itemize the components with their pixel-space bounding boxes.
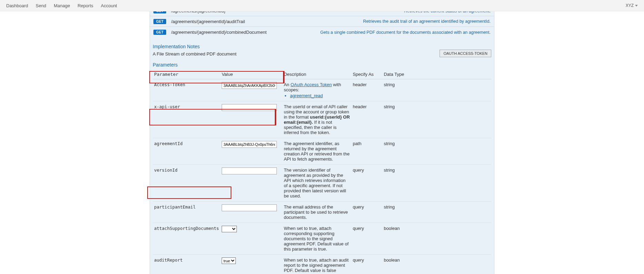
main-content: GET /agreements/{agreementId} Retrieves … bbox=[150, 11, 494, 274]
user-label: XYZ bbox=[626, 3, 634, 8]
attach-supporting-select[interactable] bbox=[222, 226, 237, 232]
user-menu[interactable]: XYZ bbox=[626, 3, 638, 8]
data-type: boolean bbox=[382, 255, 491, 274]
param-name: Access-Token bbox=[153, 79, 220, 101]
nav-dashboard[interactable]: Dashboard bbox=[6, 3, 28, 8]
oauth-access-token-button[interactable]: OAUTH ACCESS-TOKEN bbox=[440, 50, 491, 57]
op-row-agreement-status[interactable]: GET /agreements/{agreementId} Retrieves … bbox=[150, 11, 494, 16]
param-name: auditReport bbox=[153, 255, 220, 274]
parameters-table: Parameter Value Description Specify As D… bbox=[153, 70, 491, 274]
x-api-user-input[interactable] bbox=[222, 104, 277, 111]
op-path: /agreements/{agreementId}/auditTrail bbox=[171, 19, 245, 24]
api-panel: GET /agreements/{agreementId} Retrieves … bbox=[150, 11, 494, 274]
desc-text: The version identifier of agreement as p… bbox=[282, 165, 351, 202]
data-type: string bbox=[382, 202, 491, 223]
agreement-id-input[interactable] bbox=[222, 141, 277, 148]
http-method-badge: GET bbox=[153, 11, 166, 13]
op-expanded-body: Implementation Notes A File Stream of co… bbox=[150, 38, 494, 274]
param-name: attachSupportingDocuments bbox=[153, 223, 220, 255]
desc-text: An bbox=[284, 82, 291, 87]
param-row-access-token: Access-Token An OAuth Access Token with … bbox=[153, 79, 491, 101]
scope-link[interactable]: agreement_read bbox=[290, 93, 350, 98]
param-name: agreementId bbox=[153, 138, 220, 165]
oauth-token-link[interactable]: OAuth Access Token bbox=[291, 82, 332, 87]
parameters-title: Parameters bbox=[153, 62, 491, 68]
op-row-combined-document[interactable]: GET /agreements/{agreementId}/combinedDo… bbox=[150, 27, 494, 38]
data-type: string bbox=[382, 165, 491, 202]
specify-as: query bbox=[351, 255, 382, 274]
specify-as: query bbox=[351, 165, 382, 202]
participant-email-input[interactable] bbox=[222, 204, 277, 211]
param-name: x-api-user bbox=[153, 101, 220, 138]
param-row-x-api-user: x-api-user The userId or email of API ca… bbox=[153, 101, 491, 138]
data-type: string bbox=[382, 138, 491, 165]
nav-account[interactable]: Account bbox=[101, 3, 117, 8]
data-type: boolean bbox=[382, 223, 491, 255]
top-navbar: Dashboard Send Manage Reports Account XY… bbox=[0, 0, 644, 11]
col-value: Value bbox=[220, 70, 282, 79]
http-method-badge: GET bbox=[153, 19, 166, 24]
desc-text: The email address of the participant to … bbox=[282, 202, 351, 223]
specify-as: path bbox=[351, 138, 382, 165]
op-path: /agreements/{agreementId}/combinedDocume… bbox=[171, 30, 266, 35]
nav-reports[interactable]: Reports bbox=[78, 3, 93, 8]
op-summary: Gets a single combined PDF document for … bbox=[320, 30, 491, 35]
param-row-version-id: versionId The version identifier of agre… bbox=[153, 165, 491, 202]
param-name: versionId bbox=[153, 165, 220, 202]
param-row-audit-report: auditReport true When set to true, attac… bbox=[153, 255, 491, 274]
nav-links: Dashboard Send Manage Reports Account bbox=[6, 3, 117, 8]
desc-text: When set to true, attach corresponding s… bbox=[282, 223, 351, 255]
param-row-attach-supporting: attachSupportingDocuments When set to tr… bbox=[153, 223, 491, 255]
nav-manage[interactable]: Manage bbox=[54, 3, 70, 8]
specify-as: query bbox=[351, 223, 382, 255]
op-path: /agreements/{agreementId} bbox=[171, 11, 225, 13]
http-method-badge: GET bbox=[153, 30, 166, 35]
version-id-input[interactable] bbox=[222, 168, 277, 174]
op-summary: Retrieves the audit trail of an agreemen… bbox=[363, 19, 491, 24]
col-parameter: Parameter bbox=[153, 70, 220, 79]
desc-text: When set to true, attach an audit report… bbox=[282, 255, 351, 274]
data-type: string bbox=[382, 101, 491, 138]
implementation-notes-title: Implementation Notes bbox=[153, 44, 491, 49]
op-row-audit-trail[interactable]: GET /agreements/{agreementId}/auditTrail… bbox=[150, 16, 494, 27]
specify-as: query bbox=[351, 202, 382, 223]
specify-as: header bbox=[351, 79, 382, 101]
access-token-input[interactable] bbox=[222, 82, 277, 89]
audit-report-select[interactable]: true bbox=[222, 257, 236, 264]
param-row-agreement-id: agreementId The agreement identifier, as… bbox=[153, 138, 491, 165]
specify-as: header bbox=[351, 101, 382, 138]
col-description: Description bbox=[282, 70, 351, 79]
op-summary: Retrieves the current status of an agree… bbox=[404, 11, 491, 13]
col-specify-as: Specify As bbox=[351, 70, 382, 79]
chevron-down-icon bbox=[635, 5, 638, 7]
data-type: string bbox=[382, 79, 491, 101]
desc-text: The agreement identifier, as returned by… bbox=[282, 138, 351, 165]
param-name: participantEmail bbox=[153, 202, 220, 223]
col-data-type: Data Type bbox=[382, 70, 491, 79]
param-row-participant-email: participantEmail The email address of th… bbox=[153, 202, 491, 223]
nav-send[interactable]: Send bbox=[36, 3, 46, 8]
